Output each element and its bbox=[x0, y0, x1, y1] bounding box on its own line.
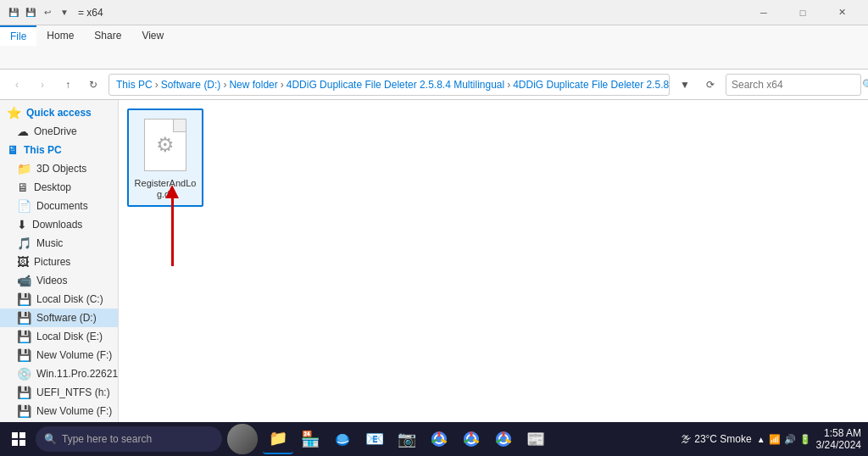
sidebar-item-quick-access[interactable]: ⭐ Quick access bbox=[0, 103, 118, 122]
disk-f-icon: 💾 bbox=[17, 348, 31, 362]
up-button[interactable]: ↑ bbox=[58, 75, 78, 95]
tab-home[interactable]: Home bbox=[36, 25, 84, 46]
taskbar-app-chrome2[interactable] bbox=[456, 424, 487, 454]
expand-icon[interactable]: ▼ bbox=[58, 6, 71, 19]
sidebar-item-3d-objects[interactable]: 📁 3D Objects bbox=[0, 159, 118, 178]
maximize-button[interactable]: □ bbox=[783, 0, 822, 25]
disk-c-icon: 💾 bbox=[17, 292, 31, 306]
volume-icon[interactable]: 🔊 bbox=[784, 434, 796, 445]
chevron-up-icon[interactable]: ▲ bbox=[757, 435, 765, 444]
sidebar-item-this-pc[interactable]: 🖥 This PC bbox=[0, 141, 118, 159]
sidebar: ⭐ Quick access ☁ OneDrive 🖥 This PC 📁 3D… bbox=[0, 100, 119, 422]
taskbar-apps: 📁 🏪 📧 📷 📰 bbox=[263, 424, 551, 454]
breadcrumb[interactable]: This PC › Software (D:) › New folder › 4… bbox=[108, 74, 670, 96]
taskbar-time[interactable]: 1:58 AM 3/24/2024 bbox=[816, 427, 861, 451]
document-icon: 📄 bbox=[17, 199, 31, 213]
sidebar-item-local-c[interactable]: 💾 Local Disk (C:) bbox=[0, 290, 118, 309]
sidebar-item-win11[interactable]: 💿 Win.11.Pro.22621.15 bbox=[0, 364, 118, 383]
disk-h-icon: 💾 bbox=[17, 386, 31, 399]
undo-icon[interactable]: ↩ bbox=[41, 6, 54, 19]
quick-access-icon: 💾 bbox=[7, 6, 20, 19]
desktop-icon: 🖥 bbox=[17, 181, 29, 194]
clock-time: 1:58 AM bbox=[816, 427, 861, 439]
taskbar-app-news[interactable]: 📰 bbox=[520, 424, 551, 454]
arrow-annotation bbox=[165, 185, 179, 266]
file-icon-wrapper: ⚙ bbox=[140, 115, 191, 175]
pictures-icon: 🖼 bbox=[17, 255, 29, 269]
ribbon-tabs: File Home Share View bbox=[0, 25, 868, 46]
clock-date: 3/24/2024 bbox=[816, 439, 861, 451]
main-layout: ⭐ Quick access ☁ OneDrive 🖥 This PC 📁 3D… bbox=[0, 100, 868, 422]
breadcrumb-new-folder[interactable]: New folder bbox=[229, 79, 277, 91]
title-bar: 💾 💾 ↩ ▼ = x64 ─ □ ✕ bbox=[0, 0, 868, 25]
dropdown-button[interactable]: ▼ bbox=[675, 75, 695, 95]
title-bar-icons: 💾 💾 ↩ ▼ bbox=[7, 6, 71, 19]
svg-point-5 bbox=[337, 434, 348, 442]
taskbar-search-box[interactable]: 🔍 Type here to search bbox=[36, 426, 222, 452]
search-box[interactable]: 🔍 bbox=[726, 74, 861, 96]
sidebar-item-pictures[interactable]: 🖼 Pictures bbox=[0, 253, 118, 271]
history-button[interactable]: ⟳ bbox=[700, 75, 721, 95]
breadcrumb-software-d[interactable]: Software (D:) bbox=[161, 79, 221, 91]
cloud-icon: ☁ bbox=[17, 125, 29, 138]
sidebar-item-music[interactable]: 🎵 Music bbox=[0, 234, 118, 253]
taskbar-app-edge[interactable] bbox=[327, 424, 358, 454]
window-controls: ─ □ ✕ bbox=[744, 0, 861, 25]
sidebar-item-software-d[interactable]: 💾 Software (D:) bbox=[0, 309, 118, 327]
svg-rect-0 bbox=[12, 432, 18, 438]
network-tray-icon[interactable]: 📶 bbox=[769, 434, 781, 445]
battery-icon[interactable]: 🔋 bbox=[799, 434, 811, 445]
svg-rect-3 bbox=[19, 440, 25, 446]
gear-icon: ⚙ bbox=[156, 133, 175, 157]
folder-icon: 📁 bbox=[17, 162, 31, 175]
arrow-line bbox=[171, 198, 174, 266]
taskbar: 🔍 Type here to search 📁 🏪 📧 📷 📰 🌫 23°C S… bbox=[0, 422, 868, 456]
taskbar-app-fileexplorer[interactable]: 📁 bbox=[263, 424, 293, 454]
sidebar-item-onedrive[interactable]: ☁ OneDrive bbox=[0, 122, 118, 141]
breadcrumb-4ddig2[interactable]: 4DDiG Duplicate File Deleter 2.5.8.4 Mul… bbox=[513, 79, 670, 91]
ribbon: File Home Share View bbox=[0, 25, 868, 70]
save-icon[interactable]: 💾 bbox=[24, 6, 37, 19]
taskbar-app-photos[interactable]: 📷 bbox=[392, 424, 422, 454]
sidebar-item-downloads[interactable]: ⬇ Downloads bbox=[0, 215, 118, 234]
taskbar-search-label: Type here to search bbox=[62, 433, 152, 445]
svg-rect-2 bbox=[12, 440, 18, 446]
forward-button[interactable]: › bbox=[32, 75, 53, 95]
pc-icon: 🖥 bbox=[7, 143, 19, 157]
weather-temp: 23°C Smoke bbox=[694, 433, 752, 445]
file-icon-page: ⚙ bbox=[144, 119, 186, 171]
breadcrumb-this-pc[interactable]: This PC bbox=[116, 79, 153, 91]
breadcrumb-4ddig1[interactable]: 4DDiG Duplicate File Deleter 2.5.8.4 Mul… bbox=[287, 79, 504, 91]
videos-icon: 📹 bbox=[17, 274, 31, 287]
taskbar-search-icon: 🔍 bbox=[44, 433, 57, 445]
sidebar-item-new-volume-f[interactable]: 💾 New Volume (F:) bbox=[0, 346, 118, 364]
music-icon: 🎵 bbox=[17, 236, 31, 250]
tab-view[interactable]: View bbox=[131, 25, 174, 46]
tab-share[interactable]: Share bbox=[84, 25, 131, 46]
taskbar-right: 🌫 23°C Smoke ▲ 📶 🔊 🔋 1:58 AM 3/24/2024 bbox=[681, 427, 865, 451]
sidebar-item-desktop[interactable]: 🖥 Desktop bbox=[0, 178, 118, 197]
star-icon: ⭐ bbox=[7, 106, 21, 120]
sidebar-item-uefi-h[interactable]: 💾 UEFI_NTFS (h:) bbox=[0, 383, 118, 402]
sidebar-item-local-e[interactable]: 💾 Local Disk (E:) bbox=[0, 327, 118, 346]
download-icon: ⬇ bbox=[17, 218, 27, 231]
close-button[interactable]: ✕ bbox=[822, 0, 861, 25]
window-title: = x64 bbox=[78, 7, 744, 19]
disk-f2-icon: 💾 bbox=[17, 404, 31, 418]
taskbar-app-chrome1[interactable] bbox=[424, 424, 454, 454]
taskbar-weather[interactable]: 🌫 23°C Smoke bbox=[681, 433, 752, 445]
taskbar-app-chrome3[interactable] bbox=[488, 424, 519, 454]
taskbar-app-mail[interactable]: 📧 bbox=[359, 424, 390, 454]
back-button[interactable]: ‹ bbox=[7, 75, 27, 95]
user-avatar[interactable] bbox=[227, 424, 258, 454]
refresh-button[interactable]: ↻ bbox=[83, 75, 103, 95]
search-input[interactable] bbox=[732, 79, 859, 91]
sidebar-item-new-volume-f2[interactable]: 💾 New Volume (F:) bbox=[0, 402, 118, 420]
arrow-head bbox=[165, 185, 179, 198]
sidebar-item-documents[interactable]: 📄 Documents bbox=[0, 197, 118, 215]
taskbar-app-store[interactable]: 🏪 bbox=[295, 424, 326, 454]
sidebar-item-videos[interactable]: 📹 Videos bbox=[0, 271, 118, 290]
tab-file[interactable]: File bbox=[0, 25, 36, 46]
start-button[interactable] bbox=[3, 424, 34, 454]
minimize-button[interactable]: ─ bbox=[744, 0, 783, 25]
